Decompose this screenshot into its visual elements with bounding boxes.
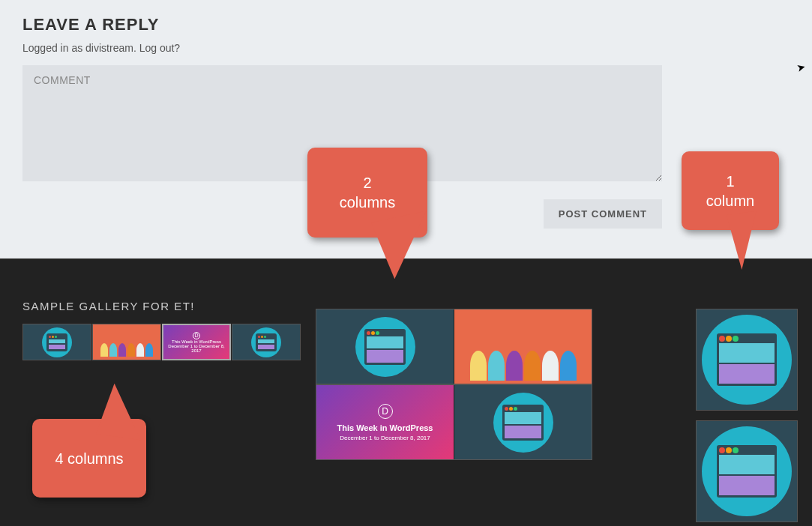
gallery-thumb[interactable] [454,309,592,384]
gradient-subtitle: December 1 to December 8, 2017 [163,344,229,353]
gallery-2-columns: D This Week in WordPress December 1 to D… [316,384,592,460]
gallery-thumb[interactable]: D This Week in WordPress December 1 to D… [316,385,454,459]
callout-1-column: 1 column [682,151,779,230]
browser-icon [251,327,281,357]
callout-1-text: 1 column [706,172,754,211]
footer-section: SAMPLE GALLERY FOR ET! D This Week in Wo… [0,259,812,526]
gallery-2-columns [316,309,592,384]
gallery-thumb[interactable] [454,385,592,459]
callout-2-columns: 2 columns [307,148,427,238]
gallery-1-column [696,309,798,411]
gradient-title: This Week in WordPress [337,423,433,432]
people-icon [93,324,160,360]
logout-link[interactable]: Log out? [139,42,181,54]
reply-title: LEAVE A REPLY [22,15,790,34]
divi-icon: D [193,332,200,339]
browser-icon [42,327,72,357]
browser-icon [493,393,553,453]
post-comment-button[interactable]: POST COMMENT [544,199,662,229]
logged-suffix: . [133,42,139,54]
gallery-1-column [696,420,798,522]
divi-icon: D [378,404,393,419]
gallery-thumb[interactable] [92,324,161,360]
callout-4-columns: 4 columns [32,419,146,498]
username-link[interactable]: divistream [85,42,133,54]
browser-icon [702,426,792,516]
browser-icon [702,315,792,405]
browser-icon [355,317,415,377]
gallery-thumb[interactable] [232,324,301,360]
logged-prefix: Logged in as [22,42,85,54]
people-icon [454,309,592,384]
gallery-thumb[interactable]: D This Week in WordPress December 1 to D… [162,324,231,360]
callout-4-text: 4 columns [55,449,123,468]
gallery-4-columns: D This Week in WordPress December 1 to D… [22,324,300,360]
gallery-thumb[interactable] [697,421,797,522]
gallery-thumb[interactable] [22,324,91,360]
gradient-subtitle: December 1 to December 8, 2017 [340,435,430,441]
logged-in-text: Logged in as divistream. Log out? [22,42,790,54]
gallery-thumb[interactable] [316,309,454,384]
gallery-thumb[interactable] [697,309,797,410]
callout-2-text: 2 columns [340,173,395,212]
